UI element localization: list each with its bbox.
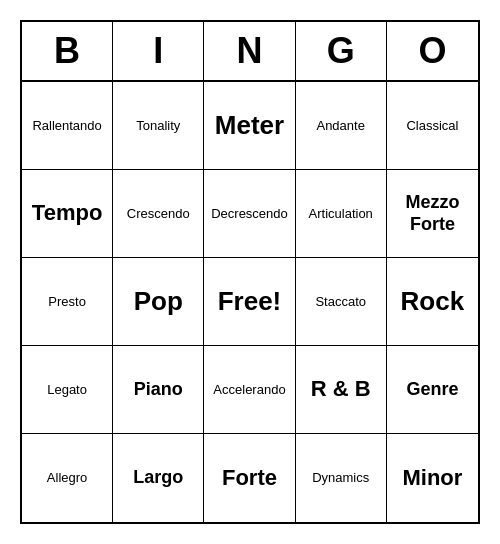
bingo-cell: Staccato [296, 258, 387, 346]
bingo-cell: Rallentando [22, 82, 113, 170]
cell-text: Staccato [315, 294, 366, 310]
header-letter: G [296, 22, 387, 80]
bingo-cell: Tonality [113, 82, 204, 170]
bingo-header: BINGO [22, 22, 478, 82]
cell-text: Dynamics [312, 470, 369, 486]
cell-text: Genre [406, 379, 458, 401]
bingo-cell: Free! [204, 258, 295, 346]
bingo-cell: Allegro [22, 434, 113, 522]
cell-text: Rallentando [32, 118, 101, 134]
cell-text: Pop [134, 286, 183, 317]
bingo-cell: Largo [113, 434, 204, 522]
cell-text: Tempo [32, 200, 102, 226]
bingo-card: BINGO RallentandoTonalityMeterAndanteCla… [20, 20, 480, 524]
bingo-cell: Presto [22, 258, 113, 346]
cell-text: Mezzo Forte [391, 192, 474, 235]
bingo-cell: R & B [296, 346, 387, 434]
cell-text: Decrescendo [211, 206, 288, 222]
cell-text: Rock [401, 286, 465, 317]
cell-text: Forte [222, 465, 277, 491]
cell-text: Piano [134, 379, 183, 401]
bingo-cell: Decrescendo [204, 170, 295, 258]
bingo-cell: Mezzo Forte [387, 170, 478, 258]
cell-text: Meter [215, 110, 284, 141]
cell-text: Legato [47, 382, 87, 398]
bingo-cell: Pop [113, 258, 204, 346]
bingo-cell: Accelerando [204, 346, 295, 434]
cell-text: Allegro [47, 470, 87, 486]
cell-text: R & B [311, 376, 371, 402]
cell-text: Classical [406, 118, 458, 134]
header-letter: B [22, 22, 113, 80]
bingo-cell: Articulation [296, 170, 387, 258]
bingo-cell: Minor [387, 434, 478, 522]
cell-text: Accelerando [213, 382, 285, 398]
header-letter: N [204, 22, 295, 80]
bingo-cell: Crescendo [113, 170, 204, 258]
cell-text: Andante [316, 118, 364, 134]
cell-text: Crescendo [127, 206, 190, 222]
bingo-cell: Classical [387, 82, 478, 170]
bingo-cell: Rock [387, 258, 478, 346]
bingo-cell: Genre [387, 346, 478, 434]
bingo-cell: Meter [204, 82, 295, 170]
header-letter: I [113, 22, 204, 80]
cell-text: Articulation [309, 206, 373, 222]
cell-text: Presto [48, 294, 86, 310]
bingo-cell: Tempo [22, 170, 113, 258]
bingo-cell: Piano [113, 346, 204, 434]
bingo-grid: RallentandoTonalityMeterAndanteClassical… [22, 82, 478, 522]
bingo-cell: Dynamics [296, 434, 387, 522]
cell-text: Minor [402, 465, 462, 491]
cell-text: Free! [218, 286, 282, 317]
cell-text: Largo [133, 467, 183, 489]
bingo-cell: Andante [296, 82, 387, 170]
bingo-cell: Legato [22, 346, 113, 434]
cell-text: Tonality [136, 118, 180, 134]
header-letter: O [387, 22, 478, 80]
bingo-cell: Forte [204, 434, 295, 522]
